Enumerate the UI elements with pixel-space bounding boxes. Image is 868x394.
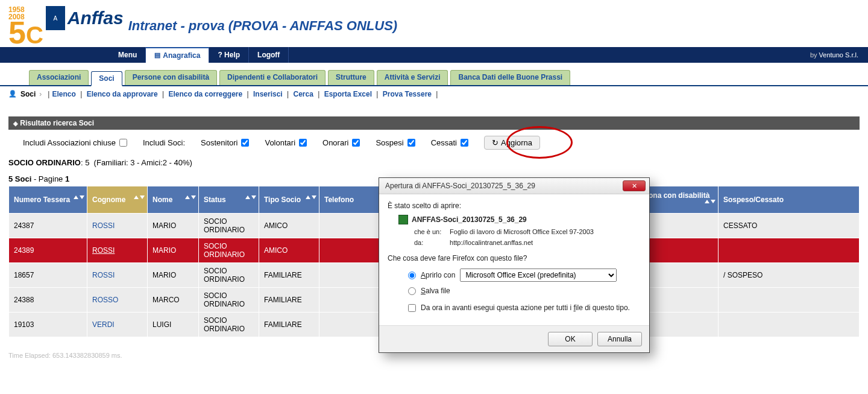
remember-option[interactable]: Da ora in avanti esegui questa azione pe…: [408, 303, 641, 312]
filter-onorari[interactable]: Onorari: [322, 138, 360, 147]
cognome-link[interactable]: ROSSO: [92, 296, 118, 304]
credit: by Ventuno S.r.l.: [810, 51, 868, 59]
filter-sospesi[interactable]: Sospesi: [376, 138, 415, 147]
tab-dipendenti-e-collaboratori[interactable]: Dipendenti e Collaboratori: [219, 70, 326, 85]
remember-checkbox[interactable]: [408, 304, 416, 312]
document-icon: ▤: [154, 51, 160, 59]
logo-anffas: A Anffas: [46, 6, 124, 30]
dialog-question: Che cosa deve fare Firefox con questo fi…: [388, 254, 641, 262]
logoff-button[interactable]: Logoff: [249, 47, 289, 63]
subnav-cerca[interactable]: Cerca: [293, 90, 313, 98]
ok-button[interactable]: OK: [548, 332, 593, 346]
cognome-link[interactable]: VERDI: [92, 320, 115, 329]
sostenitori-checkbox[interactable]: [241, 139, 249, 147]
col-tipo[interactable]: Tipo Socio: [259, 186, 319, 213]
open-with-radio[interactable]: [408, 272, 416, 279]
onorari-checkbox[interactable]: [352, 139, 360, 147]
subnav-esporta-excel[interactable]: Esporta Excel: [324, 90, 372, 98]
tab-persone-con-disabilit-[interactable]: Persone con disabilità: [125, 70, 217, 85]
dialog-filename: ANFFAS-Soci_20130725_5_36_29: [412, 215, 527, 224]
save-file-radio[interactable]: [408, 287, 416, 295]
refresh-button[interactable]: ↻ Aggiorna: [484, 136, 540, 150]
logo-anniversary: 1958 2008 5C: [8, 6, 43, 46]
cognome-link[interactable]: ROSSI: [92, 221, 115, 230]
excel-file-icon: [398, 215, 408, 224]
filter-volontari[interactable]: Volontari: [265, 138, 307, 147]
subnav: 👤 Soci › | Elenco | Elenco da approvare …: [0, 86, 868, 102]
page-title: Intranet - prova (PROVA - ANFFAS ONLUS): [128, 18, 398, 34]
filter-cessati[interactable]: Cessati: [431, 138, 468, 147]
top-bar: Menu ▤ Anagrafica ? Help Logoff by Ventu…: [0, 47, 868, 63]
subnav-elenco[interactable]: Elenco: [52, 90, 75, 98]
summary: SOCIO ORDINARIO: 5 (Familiari: 3 - Amici…: [8, 156, 860, 170]
refresh-icon: ↻: [492, 138, 498, 147]
anagrafica-button[interactable]: ▤ Anagrafica: [146, 47, 209, 63]
filter-closed[interactable]: Includi Associazioni chiuse: [23, 138, 127, 147]
breadcrumb: Soci: [20, 90, 36, 98]
download-dialog: Apertura di ANFFAS-Soci_20130725_5_36_29…: [379, 177, 650, 353]
closed-checkbox[interactable]: [119, 139, 127, 147]
logo: 1958 2008 5C A Anffas: [8, 6, 124, 46]
dialog-title: Apertura di ANFFAS-Soci_20130725_5_36_29: [385, 182, 535, 190]
volontari-checkbox[interactable]: [299, 139, 307, 147]
col-sospeso[interactable]: Sospeso/Cessato: [719, 186, 860, 213]
tab-soci[interactable]: Soci: [91, 71, 122, 86]
save-file-option[interactable]: Salva file: [408, 287, 641, 295]
close-button[interactable]: ✕: [623, 180, 646, 191]
menu-button[interactable]: Menu: [110, 47, 146, 63]
dialog-meta: che è un: Foglio di lavoro di Microsoft …: [414, 227, 641, 248]
subnav-prova-tessere[interactable]: Prova Tessere: [383, 90, 432, 98]
col-nome[interactable]: Nome: [148, 186, 199, 213]
filter-sostenitori[interactable]: Sostenitori: [201, 138, 249, 147]
col-cognome[interactable]: Cognome: [87, 186, 148, 213]
tab-strutture[interactable]: Strutture: [328, 70, 374, 85]
subnav-elenco-da-correggere[interactable]: Elenco da correggere: [168, 90, 242, 98]
dialog-lead: È stato scelto di aprire:: [388, 202, 641, 210]
tab-banca-dati-delle-buone-prassi[interactable]: Banca Dati delle Buone Prassi: [450, 70, 570, 85]
cognome-link[interactable]: ROSSI: [92, 271, 115, 279]
filter-bar: Includi Associazioni chiuse Includi Soci…: [8, 130, 860, 156]
col-tessera[interactable]: Numero Tessera: [9, 186, 87, 213]
col-status[interactable]: Status: [199, 186, 259, 213]
cessati-checkbox[interactable]: [461, 139, 468, 147]
tab-attivit-e-servizi[interactable]: Attività e Servizi: [377, 70, 448, 85]
include-soci-label: Includi Soci:: [143, 138, 185, 147]
cognome-link[interactable]: ROSSI: [92, 246, 115, 255]
open-with-select[interactable]: Microsoft Office Excel (predefinita): [460, 268, 617, 282]
logo-text: Anffas: [68, 8, 124, 28]
user-icon: 👤: [8, 90, 17, 98]
top-menus: Menu ▤ Anagrafica ? Help Logoff: [110, 47, 289, 63]
logo-icon: A: [46, 6, 65, 30]
subnav-elenco-da-approvare[interactable]: Elenco da approvare: [87, 90, 158, 98]
subnav-inserisci[interactable]: Inserisci: [253, 90, 283, 98]
open-with-option[interactable]: Aprirlo con Microsoft Office Excel (pred…: [408, 268, 641, 282]
sospesi-checkbox[interactable]: [407, 139, 415, 147]
help-button[interactable]: ? Help: [209, 47, 249, 63]
dialog-titlebar[interactable]: Apertura di ANFFAS-Soci_20130725_5_36_29…: [379, 178, 649, 194]
tab-associazioni[interactable]: Associazioni: [29, 70, 89, 85]
cancel-button[interactable]: Annulla: [597, 332, 642, 346]
company-link[interactable]: Ventuno S.r.l.: [819, 51, 858, 59]
logo-50-digit: 5C: [8, 21, 43, 46]
section-title: ◈ Risultato ricerca Soci: [8, 116, 860, 130]
app-header: 1958 2008 5C A Anffas Intranet - prova (…: [0, 0, 868, 47]
tabs-row: AssociazioniSociPersone con disabilitàDi…: [0, 70, 868, 86]
